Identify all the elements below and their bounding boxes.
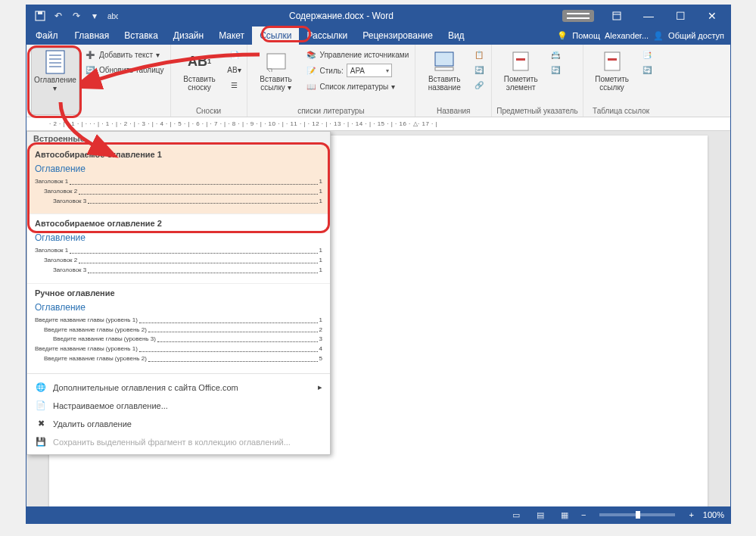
toc-auto2-title: Автособираемое оглавление 2 — [35, 219, 322, 228]
tab-file[interactable]: Файл — [26, 26, 67, 45]
update-table-button[interactable]: 🔄Обновить таблицу — [82, 63, 166, 76]
bibliography-icon: 📖 — [305, 80, 317, 92]
style-icon: 📝 — [305, 64, 317, 76]
tab-view[interactable]: Вид — [440, 26, 472, 45]
user-label[interactable]: Alexander... — [605, 31, 649, 40]
show-notes-button[interactable]: ☰ — [227, 78, 242, 92]
statusbar: ▭ ▤ ▦ − + 100% — [26, 506, 730, 523]
group-label-index: Предметный указатель — [496, 105, 577, 115]
quick-access-toolbar: ↶ ↷ ▾ abc — [26, 8, 120, 23]
spelling-icon[interactable]: abc — [105, 8, 120, 23]
office-icon: 🌐 — [35, 382, 47, 394]
titlebar-controls: — ☐ ✕ — [562, 5, 730, 26]
zoom-slider[interactable] — [599, 513, 675, 516]
svg-text:abc: abc — [107, 12, 118, 20]
svg-rect-5 — [46, 51, 64, 73]
insert-endnote-button[interactable]: 📄 — [227, 48, 242, 61]
tab-insert[interactable]: Вставка — [117, 26, 166, 45]
close-button[interactable]: ✕ — [697, 5, 727, 26]
remove-toc[interactable]: ✖Удалить оглавление — [27, 415, 330, 433]
toc-preview-line: Введите название главы (уровень 2)2 — [35, 326, 322, 335]
svg-rect-10 — [267, 54, 285, 69]
custom-toc[interactable]: 📄Настраиваемое оглавление... — [27, 397, 330, 415]
update-toa-button[interactable]: 🔄 — [639, 63, 655, 76]
zoom-out[interactable]: − — [581, 510, 586, 519]
qat-more-icon[interactable]: ▾ — [87, 8, 102, 23]
horizontal-ruler[interactable]: · 2 · | · 1 · | · · · | · 1 · | · 2 · | … — [26, 117, 730, 131]
svg-rect-11 — [435, 52, 453, 66]
sources-icon: 📚 — [305, 48, 317, 61]
insert-caption-button[interactable]: Вставить название — [420, 48, 468, 105]
minimize-button[interactable]: — — [633, 5, 664, 26]
next-footnote-button[interactable]: AB▾ — [227, 63, 242, 76]
toc-preview-line: Введите название главы (уровень 1)1 — [35, 316, 322, 326]
toc-preview-line: Введите название главы (уровень 1)4 — [35, 344, 322, 354]
tab-references[interactable]: Ссылки — [252, 26, 299, 45]
add-text-button[interactable]: ➕Добавить текст ▾ — [82, 48, 166, 61]
group-footnotes: AB1 Вставить сноску 📄 AB▾ ☰ Сноски — [171, 45, 247, 117]
toc-preview-line: Введите название главы (уровень 2)5 — [35, 354, 322, 364]
toc-preview-line: Заголовок 11 — [35, 177, 322, 187]
add-text-icon: ➕ — [84, 48, 96, 61]
group-label-toa: Таблица ссылок — [588, 105, 655, 115]
toc-option-auto1[interactable]: Автособираемое оглавление 1 Оглавление З… — [27, 145, 330, 214]
redo-icon[interactable]: ↷ — [69, 8, 84, 23]
tab-review[interactable]: Рецензирование — [355, 26, 440, 45]
ribbon-options-icon[interactable] — [602, 5, 632, 26]
cross-ref-button[interactable]: 🔗 — [471, 78, 487, 92]
svg-rect-16 — [608, 58, 617, 61]
update-index-button[interactable]: 🔄 — [548, 63, 563, 76]
more-toc-office[interactable]: 🌐Дополнительные оглавления с сайта Offic… — [27, 379, 330, 397]
svg-rect-15 — [605, 52, 620, 70]
autosave-toggle[interactable] — [562, 10, 594, 22]
update-tof-button[interactable]: 🔄 — [471, 63, 487, 76]
insert-toa-button[interactable]: 📑 — [639, 48, 655, 61]
read-mode-icon[interactable]: ▭ — [509, 509, 524, 521]
svg-rect-12 — [435, 67, 453, 70]
style-combo[interactable]: APA — [347, 64, 392, 77]
maximize-button[interactable]: ☐ — [665, 5, 695, 26]
insert-footnote-button[interactable]: AB1 Вставить сноску — [176, 48, 224, 105]
group-captions: Вставить название 📋 🔄 🔗 Названия — [415, 45, 492, 117]
mark-entry-icon — [509, 49, 533, 73]
manage-sources-button[interactable]: 📚Управление источниками — [303, 48, 411, 61]
group-index: Пометить элемент 📇 🔄 Предметный указател… — [492, 45, 583, 117]
citation-icon — [264, 49, 288, 73]
zoom-level[interactable]: 100% — [703, 510, 724, 519]
insert-index-button[interactable]: 📇 — [548, 48, 563, 61]
insert-tof-button[interactable]: 📋 — [471, 48, 487, 61]
save-toc-selection: 💾Сохранить выделенный фрагмент в коллекц… — [27, 433, 330, 451]
footnote-icon: AB1 — [188, 49, 212, 73]
toc-dropdown: Встроенные Автособираемое оглавление 1 О… — [26, 131, 331, 455]
mark-citation-icon — [600, 49, 624, 73]
bibliography-button[interactable]: 📖Список литературы ▾ — [303, 79, 411, 93]
save-icon[interactable] — [33, 8, 48, 23]
group-citations: Вставить ссылку ▾ 📚Управление источникам… — [247, 45, 416, 117]
insert-citation-button[interactable]: Вставить ссылку ▾ — [252, 48, 300, 105]
group-label-captions: Названия — [420, 105, 487, 115]
web-layout-icon[interactable]: ▦ — [557, 509, 572, 521]
tab-home[interactable]: Главная — [67, 26, 117, 45]
mark-entry-button[interactable]: Пометить элемент — [496, 48, 545, 105]
share-button[interactable]: Общий доступ — [668, 31, 724, 40]
svg-rect-1 — [38, 11, 42, 14]
tell-me-label[interactable]: Помощ — [572, 31, 600, 40]
mark-citation-button[interactable]: Пометить ссылку — [588, 48, 636, 105]
remove-icon: ✖ — [35, 418, 47, 430]
custom-toc-icon: 📄 — [35, 400, 47, 412]
toc-preview-line: Заголовок 21 — [35, 187, 322, 197]
citation-style[interactable]: 📝Стиль: APA — [303, 63, 411, 78]
print-layout-icon[interactable]: ▤ — [533, 509, 548, 521]
tab-mailings[interactable]: Рассылки — [299, 26, 355, 45]
undo-icon[interactable]: ↶ — [51, 8, 66, 23]
toc-button[interactable]: Оглавление▾ — [31, 48, 79, 115]
toc-option-auto2[interactable]: Автособираемое оглавление 2 Оглавление З… — [27, 214, 330, 283]
tab-layout[interactable]: Макет — [211, 26, 252, 45]
tell-me-icon[interactable]: 💡 — [557, 31, 568, 41]
tab-design[interactable]: Дизайн — [166, 26, 211, 45]
ribbon: Оглавление▾ ➕Добавить текст ▾ 🔄Обновить … — [26, 45, 730, 117]
share-icon: 👤 — [653, 31, 664, 41]
toc-option-manual[interactable]: Ручное оглавление Оглавление Введите наз… — [27, 284, 330, 372]
toc-manual-heading: Оглавление — [35, 302, 322, 313]
zoom-in[interactable]: + — [689, 510, 693, 519]
